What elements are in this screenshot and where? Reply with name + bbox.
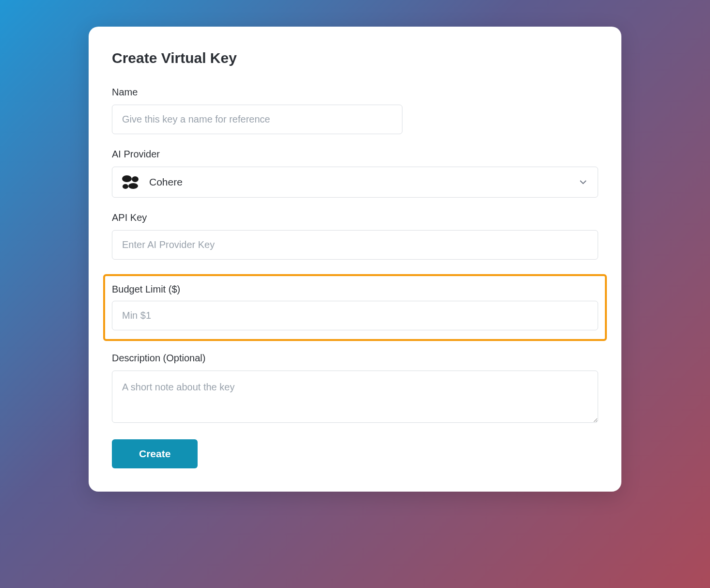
svg-point-0 <box>122 175 132 182</box>
provider-field: AI Provider Cohere <box>112 149 598 198</box>
name-field: Name <box>112 87 598 134</box>
svg-point-3 <box>128 183 138 189</box>
create-virtual-key-card: Create Virtual Key Name AI Provider Cohe… <box>89 27 621 492</box>
budget-field: Budget Limit ($) <box>112 284 598 330</box>
description-field: Description (Optional) <box>112 353 598 425</box>
chevron-down-icon <box>578 177 588 187</box>
create-button[interactable]: Create <box>112 439 198 468</box>
api-key-label: API Key <box>112 212 598 223</box>
provider-label: AI Provider <box>112 149 598 160</box>
budget-highlight-box: Budget Limit ($) <box>103 274 607 341</box>
budget-input[interactable] <box>112 301 598 330</box>
api-key-input[interactable] <box>112 230 598 260</box>
name-label: Name <box>112 87 598 98</box>
svg-point-1 <box>132 176 139 182</box>
budget-label: Budget Limit ($) <box>112 284 598 295</box>
description-label: Description (Optional) <box>112 353 598 364</box>
page-title: Create Virtual Key <box>112 50 598 66</box>
svg-point-2 <box>123 184 128 189</box>
name-input[interactable] <box>112 105 402 134</box>
api-key-field: API Key <box>112 212 598 260</box>
description-textarea[interactable] <box>112 371 598 423</box>
provider-selected-value: Cohere <box>149 176 183 188</box>
cohere-icon <box>122 175 139 189</box>
provider-select[interactable]: Cohere <box>112 167 598 198</box>
provider-select-left: Cohere <box>122 175 183 189</box>
